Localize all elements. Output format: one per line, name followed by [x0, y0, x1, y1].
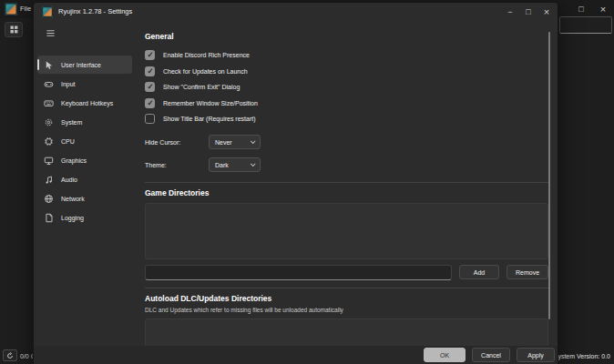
autoload-subtitle: DLC and Updates which refer to missing f… — [145, 307, 548, 313]
sidebar-item-input[interactable]: Input — [37, 75, 132, 93]
settings-dialog: Ryujinx 1.2.78 - Settings − □ × User Int… — [33, 2, 558, 364]
chevron-down-icon — [251, 138, 256, 144]
checkbox-row-window-size[interactable]: Remember Window Size/Position — [145, 96, 548, 112]
globe-icon — [44, 194, 54, 204]
checkbox-row-discord[interactable]: Enable Discord Rich Presence — [145, 47, 548, 64]
settings-content: General Enable Discord Rich Presence Che… — [136, 21, 558, 364]
sidebar-item-label: Network — [61, 196, 85, 202]
chip-icon — [44, 136, 54, 147]
grid-icon — [10, 25, 18, 34]
dialog-minimize-button[interactable]: − — [501, 3, 519, 21]
document-icon — [44, 213, 54, 223]
hide-cursor-value: Never — [215, 139, 232, 146]
sidebar-item-logging[interactable]: Logging — [37, 208, 132, 227]
dialog-footer: OK Cancel Apply — [34, 346, 558, 364]
autoload-heading: Autoload DLC/Updates Directories — [145, 294, 548, 303]
sidebar-item-label: Input — [61, 81, 76, 87]
checkbox-label: Show "Confirm Exit" Dialog — [163, 84, 240, 90]
add-directory-button[interactable]: Add — [459, 265, 499, 279]
checkbox-label: Check for Updates on Launch — [163, 68, 248, 75]
chevron-down-icon — [251, 161, 256, 167]
checkbox-row-confirm-exit[interactable]: Show "Confirm Exit" Dialog — [145, 79, 548, 96]
game-search-input[interactable] — [559, 16, 612, 34]
sidebar-item-label: User Interface — [61, 62, 101, 68]
theme-dropdown[interactable]: Dark — [209, 157, 261, 172]
checkbox-row-updates[interactable]: Check for Updates on Launch — [145, 64, 548, 80]
system-version-status: System Version: 0.0 — [554, 353, 610, 359]
dialog-titlebar: Ryujinx 1.2.78 - Settings − □ × — [34, 3, 558, 21]
grid-view-button[interactable] — [5, 22, 23, 37]
monitor-icon — [44, 156, 54, 166]
checkbox-label: Enable Discord Rich Presence — [163, 52, 250, 58]
apply-button[interactable]: Apply — [517, 348, 555, 362]
sidebar-item-label: Graphics — [61, 157, 87, 164]
sidebar-item-label: System — [61, 119, 82, 126]
game-directories-heading: Game Directories — [145, 188, 548, 197]
general-heading: General — [145, 32, 548, 41]
sidebar-item-label: Logging — [61, 215, 84, 221]
theme-label: Theme: — [145, 162, 209, 168]
sidebar-item-keyboard-hotkeys[interactable]: Keyboard Hotkeys — [37, 94, 132, 112]
gear-icon — [44, 117, 54, 127]
dialog-close-button[interactable]: × — [537, 3, 556, 21]
music-note-icon — [44, 175, 54, 185]
section-divider — [145, 288, 548, 288]
section-divider — [145, 182, 548, 183]
sidebar-item-label: CPU — [61, 138, 75, 145]
dialog-title: Ryujinx 1.2.78 - Settings — [58, 7, 132, 15]
ryujinx-logo-icon — [42, 6, 53, 17]
checkbox-label: Remember Window Size/Position — [163, 100, 258, 106]
game-directories-list[interactable] — [145, 203, 548, 259]
settings-sidebar: User Interface Input Keyboard Hotkeys — [34, 21, 136, 364]
main-maximize-button[interactable]: □ — [570, 0, 592, 18]
sidebar-collapse-button[interactable] — [39, 25, 61, 41]
checkbox-discord[interactable] — [145, 50, 155, 60]
vertical-scrollbar[interactable] — [548, 32, 550, 319]
remove-directory-button[interactable]: Remove — [507, 265, 548, 279]
checkbox-title-bar[interactable] — [145, 114, 155, 124]
checkbox-label: Show Title Bar (Requires restart) — [163, 116, 256, 122]
hide-cursor-dropdown[interactable]: Never — [209, 135, 261, 149]
hamburger-menu-icon — [45, 28, 56, 38]
hide-cursor-label: Hide Cursor: — [145, 139, 209, 146]
ryujinx-logo-icon — [5, 3, 17, 15]
refresh-button[interactable] — [3, 349, 17, 361]
checkbox-updates[interactable] — [145, 66, 155, 76]
sidebar-item-network[interactable]: Network — [37, 189, 132, 207]
main-close-button[interactable]: × — [592, 0, 614, 18]
autoload-directories-list[interactable] — [145, 318, 548, 349]
game-directory-input[interactable] — [145, 265, 452, 280]
theme-value: Dark — [215, 162, 229, 168]
menu-file[interactable]: File — [20, 5, 31, 13]
sidebar-item-label: Keyboard Hotkeys — [61, 100, 113, 106]
sidebar-item-user-interface[interactable]: User Interface — [37, 56, 132, 74]
cursor-icon — [44, 60, 54, 70]
ok-button[interactable]: OK — [424, 348, 466, 362]
dialog-maximize-button[interactable]: □ — [519, 3, 537, 21]
checkbox-row-title-bar[interactable]: Show Title Bar (Requires restart) — [145, 111, 548, 127]
gamepad-icon — [44, 79, 54, 89]
sidebar-item-graphics[interactable]: Graphics — [37, 151, 132, 169]
keyboard-icon — [44, 98, 54, 108]
sidebar-item-audio[interactable]: Audio — [37, 170, 132, 188]
checkbox-confirm-exit[interactable] — [145, 82, 155, 92]
checkbox-window-size[interactable] — [145, 98, 155, 108]
sidebar-item-label: Audio — [61, 177, 77, 183]
refresh-icon — [6, 352, 14, 359]
sidebar-item-system[interactable]: System — [37, 113, 132, 131]
cancel-button[interactable]: Cancel — [472, 348, 510, 362]
sidebar-item-cpu[interactable]: CPU — [37, 132, 132, 150]
